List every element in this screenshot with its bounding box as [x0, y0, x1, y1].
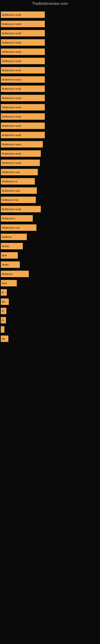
bottleneck-bar: Bott: [1, 280, 17, 286]
bottleneck-bar: Bottleneck result: [1, 122, 45, 129]
bottleneck-bar: Bottleneck result: [1, 30, 45, 36]
list-item: Bottleneck resu: [1, 169, 100, 175]
bottleneck-bar: Bottle: [1, 262, 20, 268]
bottleneck-bar: Bottleneck result: [1, 48, 45, 55]
list-item: Bottleneck result: [1, 206, 100, 212]
list-item: Bottleneck result: [1, 122, 100, 129]
list-item: Bottle: [1, 262, 100, 268]
list-item: Bottleneck result: [1, 95, 100, 101]
bottleneck-bar: B: [1, 289, 7, 296]
bottleneck-bar: Bottleneck result: [1, 76, 45, 83]
list-item: Bottlenec: [1, 271, 100, 277]
bottleneck-bar: Bottleneck resu: [1, 224, 36, 231]
bottleneck-bar: Bottleneck result: [1, 132, 45, 138]
list-item: Bottleneck res: [1, 196, 100, 203]
list-item: B: [1, 317, 100, 324]
list-item: Bottleneck result: [1, 104, 100, 110]
bottleneck-bar: Bottleneck result: [1, 113, 45, 120]
bottleneck-bar: Bottleneck result: [1, 206, 41, 212]
bottleneck-bar: Bottleneck result: [1, 95, 45, 101]
bottleneck-bar: Bottleneck result: [1, 21, 45, 27]
list-item: Bottleneck result: [1, 58, 100, 64]
list-item: Bottler: [1, 243, 100, 249]
list-item: Bottleneck result: [1, 30, 100, 36]
list-item: Bottleneck resu: [1, 224, 100, 231]
bottleneck-bar: Bottlenec: [1, 271, 29, 277]
bottleneck-bar: Bottleneck result: [1, 104, 45, 110]
list-item: Bottleneck result: [1, 86, 100, 92]
bottleneck-bar: Bottleneck resu: [1, 187, 37, 194]
bottleneck-bar: Bottleneck result: [1, 67, 45, 74]
bottleneck-bar: Bo: [1, 336, 8, 342]
bottleneck-bar: Bott: [1, 252, 18, 258]
bottleneck-bar: Bottleneck result: [1, 150, 41, 157]
list-item: Bottleneck result: [1, 12, 100, 18]
list-item: Bottleneck result: [1, 48, 100, 55]
list-item: Bottleneck result: [1, 150, 100, 157]
bottleneck-bar: Bottlene: [1, 234, 27, 240]
list-item: Bottleneck resu: [1, 187, 100, 194]
bottleneck-bar: B: [1, 317, 6, 324]
list-item: Bottleneck result: [1, 67, 100, 74]
list-item: [1, 326, 100, 333]
list-item: B: [1, 308, 100, 314]
bottleneck-bar: Bottleneck result: [1, 141, 43, 148]
list-item: Bott: [1, 280, 100, 286]
list-item: B: [1, 289, 100, 296]
list-item: Bottleneck result: [1, 141, 100, 148]
bottleneck-bar: Bottleneck res: [1, 196, 36, 203]
bottleneck-bar: Bottler: [1, 243, 23, 249]
list-item: Bottleneck r: [1, 215, 100, 222]
list-item: Bottlene: [1, 234, 100, 240]
bottleneck-list: Bottleneck resultBottleneck resultBottle…: [0, 8, 100, 345]
list-item: Bo: [1, 336, 100, 342]
bottleneck-bar: B: [1, 308, 6, 314]
bottleneck-bar: Bottleneck r: [1, 215, 33, 222]
bottleneck-bar: Bottleneck result: [1, 39, 45, 46]
list-item: Bottleneck result: [1, 160, 100, 166]
bottleneck-bar: Bottleneck resu: [1, 169, 38, 175]
list-item: Bottleneck result: [1, 39, 100, 46]
bottleneck-bar: Bottleneck result: [1, 12, 45, 18]
bottleneck-bar: [1, 326, 4, 333]
list-item: Bottleneck result: [1, 76, 100, 83]
bottleneck-bar: Bo: [1, 298, 9, 305]
bottleneck-bar: Bottleneck result: [1, 160, 40, 166]
list-item: Bottleneck result: [1, 21, 100, 27]
list-item: Bo: [1, 298, 100, 305]
list-item: Bottleneck re: [1, 178, 100, 184]
bottleneck-bar: Bottleneck result: [1, 58, 45, 64]
list-item: Bottleneck result: [1, 113, 100, 120]
bottleneck-bar: Bottleneck result: [1, 86, 45, 92]
bottleneck-bar: Bottleneck re: [1, 178, 35, 184]
page-title: TheBottlenecker.com: [0, 0, 100, 8]
list-item: Bott: [1, 252, 100, 258]
list-item: Bottleneck result: [1, 132, 100, 138]
